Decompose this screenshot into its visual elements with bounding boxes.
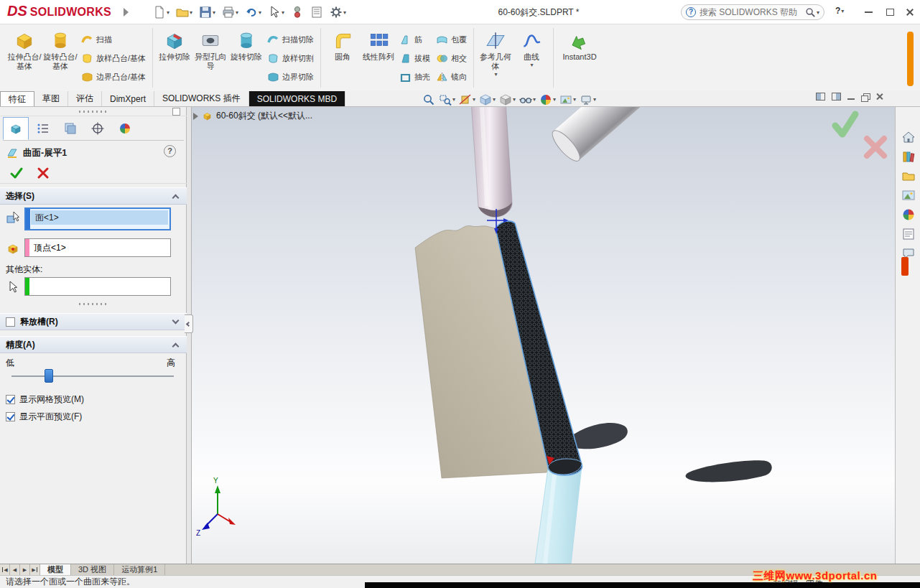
zoom-area-button[interactable]: ▾ [437,93,457,107]
panel-pin-button[interactable] [172,108,180,116]
tab-configuration-manager[interactable] [57,117,83,140]
confirm-ok-mark[interactable] [835,114,855,134]
accuracy-slider-track[interactable] [11,375,174,377]
linear-pattern-button[interactable]: 线性阵列 [361,26,396,62]
graphics-viewport[interactable]: Y Z 60-60斜交 (默认<<默认... [192,107,895,564]
accuracy-section-header[interactable]: 精度(A) [0,336,187,353]
undo-button[interactable]: ▾ [243,4,264,20]
dropdown-caret-icon[interactable]: ▾ [593,96,596,103]
transparent-cylinder[interactable] [535,466,582,564]
vertex-selection-box[interactable]: 顶点<1> [24,238,171,257]
rib-button[interactable]: 筋 [396,30,433,49]
pane-left-icon[interactable] [816,93,825,101]
angled-cylinder[interactable] [548,107,646,165]
tab-evaluate[interactable]: 评估 [68,91,102,106]
tab-property-manager[interactable] [30,117,56,140]
instant3d-button[interactable]: Instant3D [557,26,602,62]
confirm-cancel-mark[interactable] [867,139,884,156]
sweep-boss-button[interactable]: 扫描 [78,30,149,49]
dropdown-caret-icon[interactable]: ▾ [573,96,576,103]
help-menu-button[interactable]: ?▾ [835,6,844,16]
edit-appearance-button[interactable]: ▾ [538,93,557,107]
task-pane-banner[interactable] [901,257,909,276]
ok-check-button[interactable] [9,165,24,181]
wrap-button[interactable]: 包覆 [433,30,470,49]
tab-dimxpert-manager[interactable] [85,117,111,140]
curves-button[interactable]: 曲线 ▾ [514,26,549,68]
dropdown-caret-icon[interactable]: ▾ [531,62,534,68]
mesh-preview-checkbox[interactable] [6,395,15,404]
flat-preview-checkbox[interactable] [6,412,15,421]
close-button[interactable] [901,4,919,20]
selection-section-header[interactable]: 选择(S) [0,187,187,205]
hide-show-items-button[interactable]: ▾ [518,93,537,107]
dropdown-caret-icon[interactable]: ▾ [236,9,238,16]
menu-expand-icon[interactable] [124,8,129,17]
display-style-button[interactable]: ▾ [498,93,517,107]
accuracy-slider-handle[interactable] [45,369,53,383]
sweep-cut-button[interactable]: 扫描切除 [264,30,317,49]
draft-button[interactable]: 拔模 [396,49,433,67]
save-button[interactable]: ▾ [197,4,218,20]
ribbon-scroll-strip[interactable] [907,32,914,86]
dropdown-caret-icon[interactable]: ▾ [282,9,284,16]
panel-grip[interactable] [0,107,187,116]
view-settings-button[interactable]: ▾ [578,93,598,107]
new-file-button[interactable]: ▾ [151,4,172,20]
print-button[interactable]: ▾ [220,4,241,20]
prev-tab-button[interactable]: ◀ [10,564,20,575]
dropdown-caret-icon[interactable]: ▾ [343,9,346,16]
dropdown-caret-icon[interactable]: ▾ [167,9,169,16]
revolve-cut-button[interactable]: 旋转切除 [228,26,264,62]
view-orientation-button[interactable]: ▾ [478,93,497,107]
file-properties-button[interactable] [308,4,325,20]
options-button[interactable]: ▾ [327,4,348,20]
loft-boss-button[interactable]: 放样凸台/基体 [78,49,149,67]
first-tab-button[interactable]: ◀ [0,564,10,575]
panel-collapse-tab[interactable] [185,314,193,333]
mirror-button[interactable]: 镜向 [433,67,470,86]
dropdown-caret-icon[interactable]: ▾ [452,96,455,103]
dropdown-caret-icon[interactable]: ▾ [533,96,536,103]
intersect-button[interactable]: 相交 [433,49,470,67]
doc-minimize-icon[interactable] [847,98,855,100]
loft-cut-button[interactable]: 放样切割 [264,49,317,67]
expand-chevron-icon[interactable] [172,317,180,325]
pane-right-icon[interactable] [832,93,841,101]
fillet-button[interactable]: 圆角 [325,26,361,62]
search-input[interactable] [700,7,805,17]
appearances-button[interactable] [900,206,917,223]
doc-restore-icon[interactable] [861,93,869,101]
rebuild-button[interactable] [289,4,306,20]
dropdown-caret-icon[interactable]: ▾ [190,9,192,16]
design-library-button[interactable] [900,148,917,165]
next-tab-button[interactable]: ▶ [20,564,30,575]
other-entities-box[interactable] [24,277,171,296]
tab-dimxpert[interactable]: DimXpert [102,91,154,106]
tab-feature-manager[interactable] [3,117,29,140]
search-icon[interactable]: ▾ [805,7,819,18]
open-file-button[interactable]: ▾ [174,4,195,20]
dropdown-caret-icon[interactable]: ▾ [513,96,516,103]
tab-mbd[interactable]: SOLIDWORKS MBD [249,91,345,106]
reference-geometry-button[interactable]: 参考几何体 ▾ [478,26,514,78]
zoom-fit-button[interactable] [421,93,437,107]
tab-motion-study[interactable]: 运动算例1 [114,564,165,575]
face-selection-box[interactable]: 面<1> [24,207,171,230]
shell-button[interactable]: 抽壳 [396,67,433,86]
dropdown-caret-icon[interactable]: ▾ [493,96,496,103]
file-explorer-button[interactable] [900,167,917,185]
view-palette-button[interactable] [900,187,917,204]
cancel-x-button[interactable] [35,165,51,181]
tab-sketch[interactable]: 草图 [34,91,68,106]
home-button[interactable] [900,129,917,146]
minimize-button[interactable] [859,4,878,20]
collapse-chevron-icon[interactable] [172,343,180,350]
doc-close-icon[interactable] [875,93,883,101]
dropdown-caret-icon[interactable]: ▾ [495,71,498,78]
face-selection-item[interactable]: 面<1> [31,210,168,225]
last-tab-button[interactable]: ▶ [30,564,40,575]
extrude-cut-button[interactable]: 拉伸切除 [157,26,192,62]
tab-3d-views[interactable]: 3D 视图 [71,564,114,575]
feature-tree-flyout[interactable]: 60-60斜交 (默认<<默认... [192,110,312,122]
